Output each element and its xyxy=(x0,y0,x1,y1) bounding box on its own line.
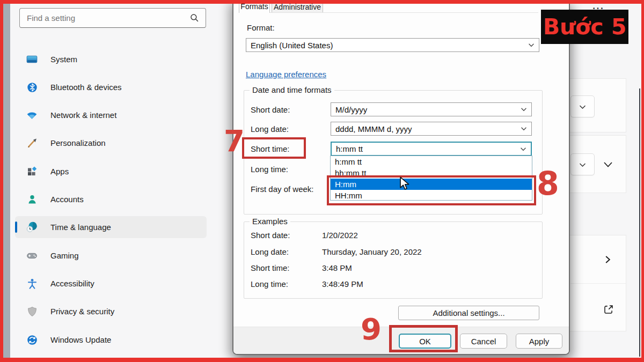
sidebar-item-accounts[interactable]: Accounts xyxy=(15,188,207,210)
sidebar-item-personalization[interactable]: Personalization xyxy=(15,132,207,154)
sidebar-item-label: Privacy & security xyxy=(50,307,114,316)
example-short-date-value: 1/20/2022 xyxy=(322,231,358,240)
sidebar-item-privacy[interactable]: Privacy & security xyxy=(15,300,207,322)
example-short-time-value: 3:48 PM xyxy=(322,263,352,272)
search-icon[interactable] xyxy=(190,13,199,23)
annotation-number-7: 7 xyxy=(224,126,245,156)
search-input[interactable] xyxy=(20,13,190,23)
collapsed-dropdown-button[interactable] xyxy=(570,95,595,117)
chevron-down-icon xyxy=(579,102,586,112)
dropdown-option[interactable]: h:mm tt xyxy=(331,156,532,167)
example-short-time-label: Short time: xyxy=(251,263,290,272)
divider xyxy=(239,12,538,13)
ok-button[interactable]: OK xyxy=(399,334,451,349)
example-long-time-value: 3:48:49 PM xyxy=(322,279,363,289)
long-date-label: Long date: xyxy=(251,124,289,134)
bluetooth-icon xyxy=(26,81,38,93)
shield-icon xyxy=(26,305,38,317)
cancel-button[interactable]: Cancel xyxy=(460,334,507,349)
chevron-down-icon xyxy=(579,160,586,169)
short-date-label: Short date: xyxy=(251,105,290,114)
sidebar-item-label: Network & internet xyxy=(50,110,116,120)
date-time-formats-group-title: Date and time formats xyxy=(250,85,334,94)
short-time-dropdown-list: h:mm tt hh:mm tt H:mm HH:mm xyxy=(330,156,532,201)
paintbrush-icon xyxy=(26,137,38,149)
format-combobox-value: English (United States) xyxy=(251,41,333,50)
annotation-number-8: 8 xyxy=(537,167,559,200)
sidebar-item-windows-update[interactable]: Windows Update xyxy=(15,329,207,351)
dropdown-option[interactable]: hh:mm tt xyxy=(331,167,532,179)
short-time-value: h:mm tt xyxy=(336,144,363,153)
chevron-down-icon[interactable] xyxy=(603,161,613,168)
time-language-icon xyxy=(26,221,38,233)
accessibility-icon xyxy=(26,277,38,290)
tab-administrative[interactable]: Administrative xyxy=(272,1,323,13)
chevron-right-icon[interactable] xyxy=(605,255,611,264)
example-long-time-label: Long time: xyxy=(251,279,288,289)
sidebar-item-bluetooth[interactable]: Bluetooth & devices xyxy=(15,76,207,98)
gamepad-icon xyxy=(26,249,38,262)
person-icon xyxy=(26,193,38,205)
first-day-of-week-label: First day of week: xyxy=(251,184,314,194)
short-date-combobox[interactable]: M/d/yyyy xyxy=(331,102,532,116)
tab-formats[interactable]: Formats xyxy=(239,0,270,13)
sidebar-item-label: System xyxy=(50,55,77,64)
sidebar-item-time-language[interactable]: Time & language xyxy=(15,216,207,238)
sidebar-item-label: Personalization xyxy=(50,138,106,147)
additional-settings-button[interactable]: Additional settings... xyxy=(398,306,539,320)
example-long-date-value: Thursday, January 20, 2022 xyxy=(322,247,422,256)
chevron-down-icon xyxy=(520,147,526,151)
sidebar-item-label: Accessibility xyxy=(50,279,94,288)
short-time-label: Short time: xyxy=(251,144,290,153)
sidebar-item-apps[interactable]: Apps xyxy=(15,160,207,182)
chevron-down-icon xyxy=(521,107,527,112)
search-box[interactable] xyxy=(19,8,206,28)
sidebar-item-label: Windows Update xyxy=(50,335,111,344)
long-time-label: Long time: xyxy=(251,165,288,174)
dropdown-option[interactable]: HH:mm xyxy=(331,190,532,201)
apply-button[interactable]: Apply xyxy=(516,334,562,349)
format-label: Format: xyxy=(247,23,275,32)
sidebar-item-system[interactable]: System xyxy=(15,48,207,70)
system-icon xyxy=(26,53,38,65)
dropdown-option-highlighted[interactable]: H:mm xyxy=(331,179,532,190)
update-icon xyxy=(26,334,38,346)
divider xyxy=(570,283,626,284)
external-link-icon[interactable] xyxy=(603,304,614,315)
step-badge-label: Bước 5 xyxy=(543,14,627,40)
chevron-down-icon xyxy=(528,43,535,47)
format-combobox[interactable]: English (United States) xyxy=(246,38,539,52)
example-short-date-label: Short date: xyxy=(251,231,290,240)
apps-icon xyxy=(26,165,38,178)
screenshot-root: System Bluetooth & devices Network & int… xyxy=(0,0,644,362)
collapsed-dropdown-button[interactable] xyxy=(570,153,595,175)
sidebar-item-label: Gaming xyxy=(50,251,79,260)
long-date-combobox[interactable]: dddd, MMMM d, yyyy xyxy=(331,122,532,136)
annotation-number-9: 9 xyxy=(361,314,382,344)
example-long-date-label: Long date: xyxy=(251,247,289,256)
examples-group-title: Examples xyxy=(250,217,290,226)
sidebar-item-label: Time & language xyxy=(50,223,111,232)
step-badge: Bước 5 xyxy=(541,10,628,44)
window-edge xyxy=(639,88,640,357)
sidebar-item-gaming[interactable]: Gaming xyxy=(15,245,207,267)
mouse-cursor-icon xyxy=(399,176,412,194)
language-preferences-link[interactable]: Language preferences xyxy=(246,70,326,79)
long-date-value: dddd, MMMM d, yyyy xyxy=(335,124,412,134)
window-left-strip xyxy=(3,4,10,358)
sidebar-item-label: Accounts xyxy=(50,195,84,204)
chevron-down-icon xyxy=(521,127,527,131)
sidebar-item-accessibility[interactable]: Accessibility xyxy=(15,272,207,294)
wifi-icon xyxy=(26,109,38,121)
sidebar-item-network[interactable]: Network & internet xyxy=(15,104,207,126)
sidebar-item-label: Apps xyxy=(50,167,69,176)
short-date-value: M/d/yyyy xyxy=(335,105,367,114)
short-time-combobox[interactable]: h:mm tt xyxy=(331,142,532,156)
sidebar-item-label: Bluetooth & devices xyxy=(50,83,122,92)
